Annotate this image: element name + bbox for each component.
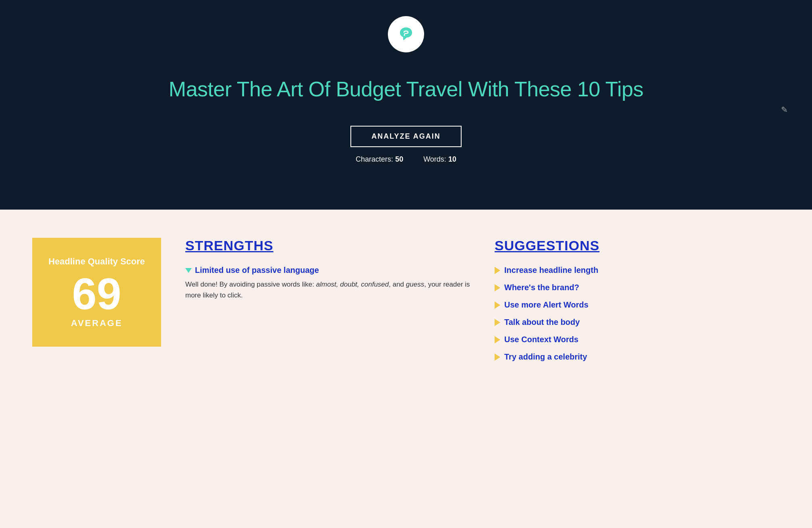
strength-title: Limited use of passive language <box>195 266 319 275</box>
chevron-right-icon <box>495 319 500 326</box>
strengths-section: STRENGTHS Limited use of passive languag… <box>185 238 470 307</box>
strength-title-row: Limited use of passive language <box>185 266 470 275</box>
suggestion-text-1: Where's the brand? <box>504 283 579 292</box>
suggestion-text-2: Use more Alert Words <box>504 300 588 310</box>
score-card: Headline Quality Score 69 AVERAGE <box>32 238 161 347</box>
chevron-right-icon <box>495 336 500 343</box>
headline-title: Master The Art Of Budget Travel With The… <box>169 77 643 102</box>
suggestion-text-0: Increase headline length <box>504 266 598 275</box>
chevron-right-icon <box>495 301 500 309</box>
passive-words: almost, doubt, confused <box>316 281 389 288</box>
edit-icon[interactable]: ✎ <box>781 105 788 114</box>
chevron-right-icon <box>495 353 500 361</box>
suggestion-item-4[interactable]: Use Context Words <box>495 335 780 344</box>
suggestion-item-1[interactable]: Where's the brand? <box>495 283 780 292</box>
suggestion-item-2[interactable]: Use more Alert Words <box>495 300 780 310</box>
hero-section: Master The Art Of Budget Travel With The… <box>0 0 812 210</box>
results-section: Headline Quality Score 69 AVERAGE STRENG… <box>0 210 812 402</box>
suggestion-text-5: Try adding a celebrity <box>504 352 587 362</box>
characters-info: Characters: 50 <box>356 155 403 164</box>
score-label: Headline Quality Score <box>48 256 145 268</box>
score-rating: AVERAGE <box>71 318 122 328</box>
score-number: 69 <box>72 272 121 316</box>
strength-item: Limited use of passive language Well don… <box>185 266 470 301</box>
logo <box>388 16 424 52</box>
passive-word-last: guess <box>406 281 424 288</box>
words-label: Words: <box>423 155 446 163</box>
words-info: Words: 10 <box>423 155 456 164</box>
words-value: 10 <box>448 155 456 163</box>
suggestion-item-3[interactable]: Talk about the body <box>495 318 780 327</box>
strength-body-prefix: Well done! By avoiding passive words lik… <box>185 281 316 288</box>
characters-label: Characters: <box>356 155 393 163</box>
suggestions-heading: SUGGESTIONS <box>495 238 780 254</box>
suggestion-text-3: Talk about the body <box>504 318 580 327</box>
chevron-right-icon <box>495 267 500 274</box>
characters-value: 50 <box>395 155 403 163</box>
chevron-right-icon <box>495 284 500 291</box>
strengths-heading: STRENGTHS <box>185 238 470 254</box>
analyze-again-button[interactable]: ANALYZE AGAIN <box>350 126 462 147</box>
suggestion-item-5[interactable]: Try adding a celebrity <box>495 352 780 362</box>
chevron-down-icon <box>185 268 192 273</box>
strength-body: Well done! By avoiding passive words lik… <box>185 279 470 301</box>
logo-icon <box>396 24 416 44</box>
svg-point-0 <box>404 35 405 36</box>
suggestion-item-0[interactable]: Increase headline length <box>495 266 780 275</box>
meta-info: Characters: 50 Words: 10 <box>356 155 456 164</box>
suggestion-text-4: Use Context Words <box>504 335 578 344</box>
suggestions-section: SUGGESTIONS Increase headline length Whe… <box>495 238 780 370</box>
